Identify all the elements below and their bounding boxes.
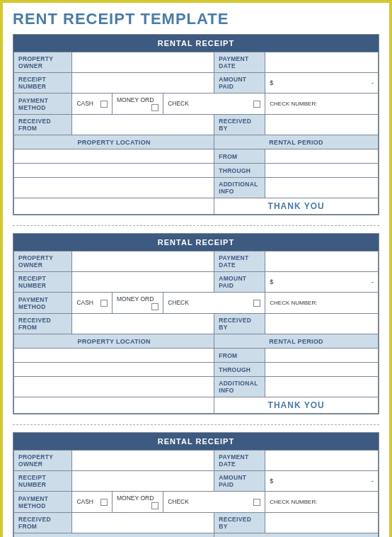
receipt-table: PROPERTY OWNER PAYMENT DATE RECEIPT NUMB… (13, 52, 379, 215)
check-number-label[interactable]: CHECK NUMBER: (265, 94, 379, 115)
property-location-header: PROPERTY LOCATION (14, 533, 214, 538)
thank-you: THANK YOU (214, 198, 379, 215)
through-value[interactable] (265, 363, 379, 377)
payment-method-label: PAYMENT METHOD (14, 293, 72, 314)
amount-paid-label: AMOUNT PAID (214, 73, 265, 94)
checkbox-icon[interactable] (100, 499, 108, 506)
received-by-label: RECEIVED BY (214, 513, 265, 533)
checkbox-icon[interactable] (100, 101, 108, 108)
checkbox-icon[interactable] (151, 104, 158, 111)
received-by-value[interactable] (265, 513, 379, 533)
location-row[interactable] (14, 397, 214, 414)
rental-period-header: RENTAL PERIOD (214, 334, 379, 349)
checkbox-icon[interactable] (253, 101, 260, 108)
checkbox-icon[interactable] (100, 300, 108, 307)
page-title: RENT RECEIPT TEMPLATE (13, 10, 379, 28)
receipt-block: RENTAL RECEIPT PROPERTY OWNER PAYMENT DA… (13, 34, 379, 215)
receipt-number-label: RECEIPT NUMBER (14, 272, 72, 293)
amount-paid-label: AMOUNT PAID (214, 471, 265, 492)
location-row[interactable] (14, 149, 214, 164)
moneyord-option[interactable]: MONEY ORD (113, 492, 163, 513)
additional-info-value[interactable] (265, 377, 379, 397)
through-label: THROUGH (214, 363, 265, 377)
additional-info-label: ADDITIONAL INFO (214, 178, 265, 198)
additional-info-label: ADDITIONAL INFO (214, 377, 265, 397)
cash-option[interactable]: CASH (72, 492, 113, 513)
received-by-value[interactable] (265, 314, 379, 334)
property-owner-label: PROPERTY OWNER (14, 251, 72, 272)
from-value[interactable] (265, 349, 379, 363)
received-by-value[interactable] (265, 115, 379, 135)
property-location-header: PROPERTY LOCATION (14, 334, 214, 349)
amount-paid-value[interactable]: $- (265, 73, 379, 94)
amount-paid-value[interactable]: $- (265, 471, 379, 492)
receipt-number-label: RECEIPT NUMBER (14, 73, 72, 94)
check-number-label[interactable]: CHECK NUMBER: (265, 293, 379, 314)
payment-date-label: PAYMENT DATE (214, 251, 265, 272)
location-row[interactable] (14, 164, 214, 178)
payment-date-value[interactable] (265, 52, 379, 73)
receipt-number-value[interactable] (72, 471, 214, 492)
property-owner-value[interactable] (72, 451, 214, 471)
moneyord-option[interactable]: MONEY ORD (113, 94, 163, 115)
thank-you: THANK YOU (214, 397, 379, 414)
received-from-value[interactable] (72, 314, 214, 334)
receipt-block: RENTAL RECEIPT PROPERTY OWNER PAYMENT DA… (13, 233, 379, 414)
moneyord-option[interactable]: MONEY ORD (113, 293, 163, 314)
receipt-number-value[interactable] (72, 73, 214, 94)
location-row[interactable] (14, 178, 214, 198)
from-value[interactable] (265, 149, 379, 164)
through-value[interactable] (265, 164, 379, 178)
cash-option[interactable]: CASH (72, 293, 113, 314)
property-location-header: PROPERTY LOCATION (14, 135, 214, 149)
received-from-label: RECEIVED FROM (14, 115, 72, 135)
checkbox-icon[interactable] (253, 499, 260, 506)
property-owner-label: PROPERTY OWNER (14, 451, 72, 471)
location-row[interactable] (14, 377, 214, 397)
payment-date-label: PAYMENT DATE (214, 451, 265, 471)
checkbox-icon[interactable] (253, 300, 260, 307)
receipt-header: RENTAL RECEIPT (13, 433, 379, 450)
amount-paid-value[interactable]: $- (265, 272, 379, 293)
amount-paid-label: AMOUNT PAID (214, 272, 265, 293)
cash-option[interactable]: CASH (72, 94, 113, 115)
received-by-label: RECEIVED BY (214, 115, 265, 135)
check-option[interactable]: CHECK (163, 293, 265, 314)
location-row[interactable] (14, 198, 214, 215)
received-by-label: RECEIVED BY (214, 314, 265, 334)
received-from-label: RECEIVED FROM (14, 314, 72, 334)
receipt-block: RENTAL RECEIPT PROPERTY OWNER PAYMENT DA… (13, 432, 379, 537)
checkbox-icon[interactable] (151, 502, 158, 509)
receipt-header: RENTAL RECEIPT (13, 35, 379, 52)
check-number-label[interactable]: CHECK NUMBER: (265, 492, 379, 513)
receipt-table: PROPERTY OWNER PAYMENT DATE RECEIPT NUMB… (13, 450, 379, 537)
rental-period-header: RENTAL PERIOD (214, 533, 379, 538)
receipt-number-label: RECEIPT NUMBER (14, 471, 72, 492)
payment-method-label: PAYMENT METHOD (14, 94, 72, 115)
check-option[interactable]: CHECK (163, 492, 265, 513)
property-owner-label: PROPERTY OWNER (14, 52, 72, 73)
checkbox-icon[interactable] (151, 303, 158, 310)
through-label: THROUGH (214, 164, 265, 178)
location-row[interactable] (14, 349, 214, 363)
property-owner-value[interactable] (72, 52, 214, 73)
divider (13, 225, 379, 226)
location-row[interactable] (14, 363, 214, 377)
payment-date-label: PAYMENT DATE (214, 52, 265, 73)
from-label: FROM (214, 149, 265, 164)
received-from-value[interactable] (72, 115, 214, 135)
receipt-header: RENTAL RECEIPT (13, 234, 379, 251)
divider (13, 424, 379, 425)
from-label: FROM (214, 349, 265, 363)
property-owner-value[interactable] (72, 251, 214, 272)
received-from-value[interactable] (72, 513, 214, 533)
rental-period-header: RENTAL PERIOD (214, 135, 379, 149)
received-from-label: RECEIVED FROM (14, 513, 72, 533)
page-container: RENT RECEIPT TEMPLATE RENTAL RECEIPT PRO… (3, 3, 389, 537)
check-option[interactable]: CHECK (163, 94, 265, 115)
payment-method-label: PAYMENT METHOD (14, 492, 72, 513)
payment-date-value[interactable] (265, 251, 379, 272)
receipt-number-value[interactable] (72, 272, 214, 293)
payment-date-value[interactable] (265, 451, 379, 471)
additional-info-value[interactable] (265, 178, 379, 198)
